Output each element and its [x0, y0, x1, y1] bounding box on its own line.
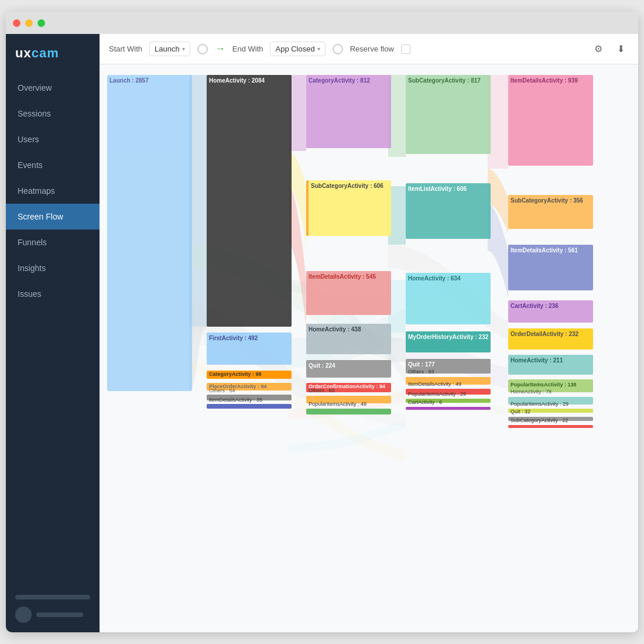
node-home-211-label: HomeActivity : 211 — [511, 357, 563, 364]
avatar — [15, 607, 32, 623]
node-subcat-356[interactable]: SubCategoryActivity : 356 — [508, 195, 593, 229]
node-subcat-606[interactable]: SubCategoryActivity : 606 — [306, 180, 391, 236]
node-home-2084-label: HomeActivity : 2084 — [209, 77, 265, 84]
sidebar: uxcam Overview Sessions Users Events Hea… — [6, 34, 100, 632]
node-subcat-22-label: SubCategoryActivity : 22 — [511, 417, 568, 423]
title-bar — [6, 12, 638, 34]
app-window: uxcam Overview Sessions Users Events Hea… — [6, 12, 638, 632]
sidebar-item-screen-flow[interactable]: Screen Flow — [6, 204, 100, 229]
node-itemdetact-939-label: ItemDetailsActivity : 939 — [511, 77, 578, 84]
node-quit-177-label: Quit : 177 — [408, 361, 435, 368]
node-itemdet-545-label: ItemDetailsActivity : 545 — [309, 273, 376, 280]
node-itemlist-606-label: ItemListActivity : 606 — [408, 186, 467, 192]
end-with-label: End With — [232, 44, 263, 53]
chevron-down-icon: ▾ — [182, 46, 185, 52]
node-home-438[interactable]: HomeActivity : 438 — [306, 324, 391, 354]
node-home-2084[interactable]: HomeActivity : 2084 — [207, 75, 292, 327]
node-launch-label: Launch : 2857 — [109, 77, 149, 84]
user-name — [36, 612, 83, 617]
flow-diagram: Launch : 2857 HomeActivity : 2084 FirstA… — [104, 69, 631, 631]
node-cart-236[interactable]: CartActivity : 236 — [508, 300, 593, 323]
node-cart-236-label: CartActivity : 236 — [511, 303, 559, 309]
top-bar: Start With Launch ▾ → End With App Close… — [100, 34, 638, 64]
node-popitems-49-label: PopularItemsActivity : 49 — [309, 401, 366, 407]
node-popitems-29c-label: PopularItemsActivity : 29 — [511, 401, 568, 407]
download-icon[interactable]: ⬇ — [612, 41, 629, 57]
node-orderdet-232-label: OrderDetailActivity : 232 — [511, 331, 578, 337]
reserve-flow-label: Reserve flow — [350, 44, 394, 53]
settings-icon[interactable]: ⚙ — [590, 41, 607, 57]
node-home-78-label: HomeActivity : 78 — [511, 389, 551, 395]
node-itemdet-545[interactable]: ItemDetailsActivity : 545 — [306, 271, 391, 315]
node-myorder-232[interactable]: MyOrderHistoryActivity : 232 — [406, 331, 491, 352]
flow-container[interactable]: Launch : 2857 HomeActivity : 2084 FirstA… — [100, 64, 638, 632]
node-itemdet-561-label: ItemDetailsActivity : 561 — [511, 247, 578, 254]
node-quit-224-label: Quit : 224 — [309, 362, 335, 369]
start-with-select[interactable]: Launch ▾ — [149, 42, 190, 56]
node-first-492[interactable]: FirstActivity : 492 — [207, 333, 292, 365]
sidebar-item-heatmaps[interactable]: Heatmaps — [6, 178, 100, 204]
node-cart-6[interactable]: CartActivity : 6 — [406, 407, 491, 410]
sidebar-progress-bar — [15, 595, 90, 600]
node-subcat-817-label: SubCategoryActivity : 817 — [408, 77, 481, 84]
node-first-492-label: FirstActivity : 492 — [209, 335, 258, 341]
node-cat-98-label: CategoryActivity : 98 — [209, 371, 262, 377]
sidebar-item-issues[interactable]: Issues — [6, 281, 100, 307]
node-itemdet-49-label: ItemDetailsActivity : 49 — [408, 381, 461, 387]
close-button[interactable] — [13, 19, 20, 27]
node-itemlist-606[interactable]: ItemListActivity : 606 — [406, 183, 491, 239]
sidebar-bottom — [6, 585, 100, 632]
node-cart-6-label: CartActivity : 6 — [408, 399, 442, 405]
node-orderdet-232[interactable]: OrderDetailActivity : 232 — [508, 328, 593, 350]
top-bar-right: ⚙ ⬇ — [590, 41, 629, 57]
node-itemdet-561[interactable]: ItemDetailsActivity : 561 — [508, 245, 593, 290]
node-popitems-49[interactable]: PopularItemsActivity : 49 — [306, 409, 391, 415]
node-launch[interactable]: Launch : 2857 — [107, 75, 192, 391]
sidebar-item-overview[interactable]: Overview — [6, 75, 100, 101]
node-cat-98[interactable]: CategoryActivity : 98 — [207, 371, 292, 379]
node-itemdetact-939[interactable]: ItemDetailsActivity : 939 — [508, 75, 593, 166]
node-cat-812-label: CategoryActivity : 812 — [309, 77, 370, 84]
sidebar-user — [15, 607, 90, 623]
node-subcat-22[interactable]: SubCategoryActivity : 22 — [508, 425, 593, 428]
main-content: Start With Launch ▾ → End With App Close… — [100, 34, 638, 632]
chevron-down-icon-2: ▾ — [317, 46, 320, 52]
logo: uxcam — [15, 46, 90, 61]
nav-items: Overview Sessions Users Events Heatmaps … — [6, 75, 100, 585]
sidebar-item-funnels[interactable]: Funnels — [6, 229, 100, 255]
sidebar-item-sessions[interactable]: Sessions — [6, 101, 100, 126]
node-popitems-138-label: PopularItemsActivity : 138 — [511, 382, 577, 388]
end-circle-icon — [333, 44, 343, 54]
node-item-35-label: ItemDetailsActivity : 35 — [209, 397, 262, 403]
maximize-button[interactable] — [37, 19, 45, 27]
end-with-select[interactable]: App Closed ▾ — [270, 42, 325, 56]
node-subcat-817[interactable]: SubCategoryActivity : 817 — [406, 75, 491, 154]
node-others-83c-label: Others : 83 — [408, 369, 434, 375]
node-item-35[interactable]: ItemDetailsActivity : 35 — [207, 404, 292, 409]
node-home-438-label: HomeActivity : 438 — [309, 326, 361, 333]
sidebar-item-insights[interactable]: Insights — [6, 255, 100, 281]
node-others-83b-label: Others : 83 — [309, 388, 335, 393]
flow-arrow-icon: → — [215, 43, 225, 55]
node-others-54-label: Others : 54 — [209, 388, 235, 393]
node-subcat-356-label: SubCategoryActivity : 356 — [511, 197, 583, 204]
sidebar-item-users[interactable]: Users — [6, 126, 100, 152]
reserve-flow-checkbox[interactable] — [401, 44, 410, 54]
node-quit-224[interactable]: Quit : 224 — [306, 360, 391, 378]
end-with-value: App Closed — [275, 44, 314, 53]
node-subcat-606-label: SubCategoryActivity : 606 — [311, 183, 383, 189]
node-cat-812[interactable]: CategoryActivity : 812 — [306, 75, 391, 148]
node-popitems-29b-label: PopularItemsActivity : 29 — [408, 391, 466, 397]
start-circle-icon — [197, 44, 208, 54]
node-home-634[interactable]: HomeActivity : 634 — [406, 273, 491, 324]
logo-area: uxcam — [6, 34, 100, 75]
start-with-value: Launch — [155, 44, 180, 53]
sidebar-item-events[interactable]: Events — [6, 152, 100, 178]
node-quit-32-label: Quit : 32 — [511, 409, 530, 415]
node-myorder-232-label: MyOrderHistoryActivity : 232 — [408, 334, 488, 340]
minimize-button[interactable] — [25, 19, 33, 27]
start-with-label: Start With — [109, 44, 142, 53]
node-home-634-label: HomeActivity : 634 — [408, 275, 460, 282]
app-body: uxcam Overview Sessions Users Events Hea… — [6, 34, 638, 632]
node-home-211[interactable]: HomeActivity : 211 — [508, 355, 593, 375]
